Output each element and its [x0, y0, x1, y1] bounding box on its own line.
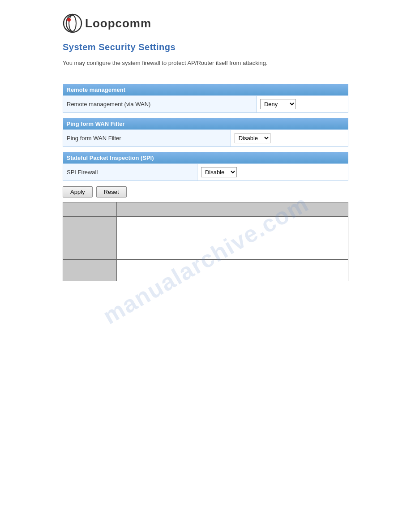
- page-title: System Security Settings: [63, 42, 348, 52]
- empty-row3-col2: [117, 259, 348, 281]
- ping-wan-table: Ping form WAN Filter Ping form WAN Filte…: [63, 118, 348, 147]
- empty-header-col2: [117, 202, 348, 216]
- empty-row1-col1: [63, 216, 117, 238]
- divider: [63, 75, 348, 75]
- svg-point-2: [67, 18, 71, 21]
- empty-row3-col1: [63, 259, 117, 281]
- spi-firewall-select[interactable]: Disable Enable: [201, 167, 237, 177]
- logo-icon: [63, 13, 82, 33]
- action-buttons: Apply Reset: [63, 186, 348, 197]
- remote-management-select[interactable]: Deny Allow: [260, 99, 296, 109]
- empty-row2-col2: [117, 238, 348, 259]
- remote-management-control[interactable]: Deny Allow: [256, 95, 348, 112]
- svg-point-1: [69, 15, 76, 31]
- empty-table: [63, 202, 348, 281]
- remote-management-table: Remote management Remote management (via…: [63, 84, 348, 113]
- spi-firewall-control[interactable]: Disable Enable: [197, 163, 348, 180]
- ping-wan-label: Ping form WAN Filter: [63, 129, 231, 146]
- reset-button[interactable]: Reset: [96, 186, 127, 197]
- spi-header: Stateful Packet Inspection (SPI): [63, 152, 348, 164]
- ping-wan-header: Ping form WAN Filter: [63, 118, 348, 130]
- spi-firewall-label: SPI Firewall: [63, 163, 197, 180]
- apply-button[interactable]: Apply: [63, 186, 93, 197]
- empty-row1-col2: [117, 216, 348, 238]
- spi-table: Stateful Packet Inspection (SPI) SPI Fir…: [63, 152, 348, 181]
- ping-wan-control[interactable]: Disable Enable: [231, 129, 348, 146]
- remote-management-header: Remote management: [63, 84, 348, 96]
- empty-header-col1: [63, 202, 117, 216]
- remote-management-label: Remote management (via WAN): [63, 95, 257, 112]
- header: Loopcomm: [0, 0, 411, 42]
- logo-text: Loopcomm: [85, 17, 151, 30]
- empty-row2-col1: [63, 238, 117, 259]
- page-description: You may configure the system firewall to…: [63, 59, 348, 68]
- ping-wan-select[interactable]: Disable Enable: [235, 133, 270, 143]
- main-content: System Security Settings You may configu…: [0, 42, 411, 281]
